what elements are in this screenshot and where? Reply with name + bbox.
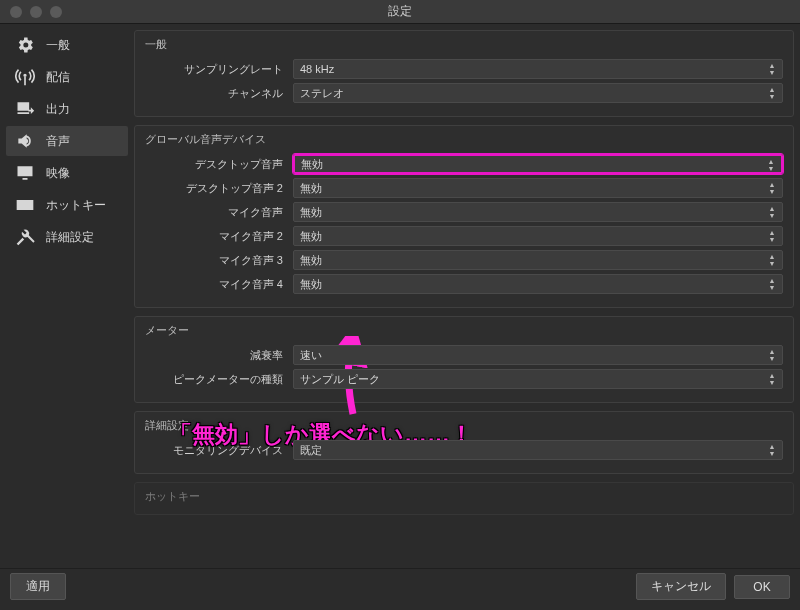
window-title: 設定 (0, 3, 800, 20)
sidebar-item-audio[interactable]: 音声 (6, 126, 128, 156)
titlebar: 設定 (0, 0, 800, 24)
ok-button[interactable]: OK (734, 575, 790, 599)
chevron-updown-icon: ▲▼ (765, 158, 777, 172)
group-title-global-audio: グローバル音声デバイス (145, 132, 783, 147)
output-icon (14, 98, 36, 120)
cancel-button[interactable]: キャンセル (636, 573, 726, 600)
chevron-updown-icon: ▲▼ (766, 372, 778, 386)
monitor-icon (14, 162, 36, 184)
sidebar-item-stream[interactable]: 配信 (6, 62, 128, 92)
sidebar-item-general[interactable]: 一般 (6, 30, 128, 60)
group-meter: メーター 減衰率 速い ▲▼ ピークメーターの種類 サンプル ピーク ▲▼ (134, 316, 794, 403)
group-advanced: 詳細設定 モニタリングデバイス 既定 ▲▼ (134, 411, 794, 474)
select-desktop-audio-2[interactable]: 無効 ▲▼ (293, 178, 783, 198)
sidebar-item-video[interactable]: 映像 (6, 158, 128, 188)
gear-icon (14, 34, 36, 56)
sidebar-item-label: ホットキー (46, 197, 106, 214)
sidebar-item-label: 映像 (46, 165, 70, 182)
select-mic-audio-1[interactable]: 無効 ▲▼ (293, 202, 783, 222)
group-title-general: 一般 (145, 37, 783, 52)
chevron-updown-icon: ▲▼ (766, 62, 778, 76)
group-title-advanced: 詳細設定 (145, 418, 783, 433)
chevron-updown-icon: ▲▼ (766, 277, 778, 291)
keyboard-icon (14, 194, 36, 216)
tools-icon (14, 226, 36, 248)
sidebar-item-label: 詳細設定 (46, 229, 94, 246)
broadcast-icon (14, 66, 36, 88)
label-desktop-audio-1: デスクトップ音声 (145, 157, 293, 172)
group-title-meter: メーター (145, 323, 783, 338)
group-general: 一般 サンプリングレート 48 kHz ▲▼ チャンネル ステレオ ▲▼ (134, 30, 794, 117)
chevron-updown-icon: ▲▼ (766, 348, 778, 362)
select-decay[interactable]: 速い ▲▼ (293, 345, 783, 365)
select-peak-type[interactable]: サンプル ピーク ▲▼ (293, 369, 783, 389)
select-desktop-audio-1[interactable]: 無効 ▲▼ (293, 154, 783, 174)
select-channels[interactable]: ステレオ ▲▼ (293, 83, 783, 103)
main-panel: 一般 サンプリングレート 48 kHz ▲▼ チャンネル ステレオ ▲▼ グロー… (134, 30, 794, 562)
sidebar-item-label: 音声 (46, 133, 70, 150)
label-peak-type: ピークメーターの種類 (145, 372, 293, 387)
chevron-updown-icon: ▲▼ (766, 229, 778, 243)
chevron-updown-icon: ▲▼ (766, 205, 778, 219)
chevron-updown-icon: ▲▼ (766, 443, 778, 457)
group-title-hotkey: ホットキー (145, 489, 783, 504)
footer: 適用 キャンセル OK (0, 568, 800, 604)
label-mic-audio-2: マイク音声 2 (145, 229, 293, 244)
select-sampling-rate[interactable]: 48 kHz ▲▼ (293, 59, 783, 79)
label-channels: チャンネル (145, 86, 293, 101)
select-mic-audio-2[interactable]: 無効 ▲▼ (293, 226, 783, 246)
label-mic-audio-3: マイク音声 3 (145, 253, 293, 268)
sidebar-item-output[interactable]: 出力 (6, 94, 128, 124)
label-desktop-audio-2: デスクトップ音声 2 (145, 181, 293, 196)
chevron-updown-icon: ▲▼ (766, 86, 778, 100)
label-monitoring-device: モニタリングデバイス (145, 443, 293, 458)
sidebar-item-hotkeys[interactable]: ホットキー (6, 190, 128, 220)
sidebar-item-advanced[interactable]: 詳細設定 (6, 222, 128, 252)
sidebar: 一般 配信 出力 音声 映像 (6, 30, 128, 562)
chevron-updown-icon: ▲▼ (766, 253, 778, 267)
label-mic-audio-1: マイク音声 (145, 205, 293, 220)
chevron-updown-icon: ▲▼ (766, 181, 778, 195)
select-monitoring-device[interactable]: 既定 ▲▼ (293, 440, 783, 460)
sidebar-item-label: 出力 (46, 101, 70, 118)
select-mic-audio-4[interactable]: 無効 ▲▼ (293, 274, 783, 294)
group-global-audio: グローバル音声デバイス デスクトップ音声 無効 ▲▼ デスクトップ音声 2 無効… (134, 125, 794, 308)
label-sampling-rate: サンプリングレート (145, 62, 293, 77)
label-mic-audio-4: マイク音声 4 (145, 277, 293, 292)
apply-button[interactable]: 適用 (10, 573, 66, 600)
group-hotkey: ホットキー (134, 482, 794, 515)
sidebar-item-label: 配信 (46, 69, 70, 86)
label-decay: 減衰率 (145, 348, 293, 363)
sidebar-item-label: 一般 (46, 37, 70, 54)
speaker-icon (14, 130, 36, 152)
select-mic-audio-3[interactable]: 無効 ▲▼ (293, 250, 783, 270)
